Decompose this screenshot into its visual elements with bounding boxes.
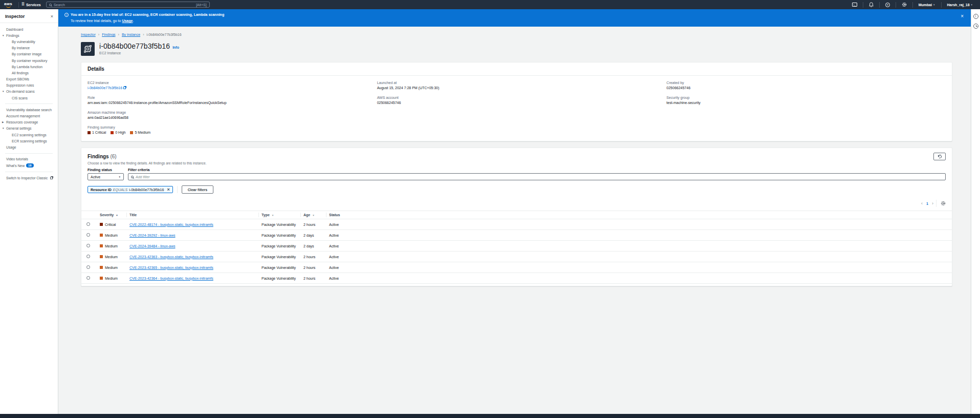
status-cell: Active [326,252,952,262]
sidebar-item-account-management[interactable]: Account management [0,113,58,119]
clear-filters-button[interactable]: Clear filters [182,185,214,194]
column-header-title: Title [126,211,258,219]
sidebar-item-all-findings[interactable]: All findings [0,70,58,76]
token-remove-icon[interactable]: × [167,188,169,191]
sidebar-item-by-lambda-function[interactable]: By Lambda function [0,64,58,70]
sidebar-item-resources-coverage[interactable]: ▶Resources coverage [0,119,58,126]
sort-icon[interactable]: ▼ [272,214,274,217]
sidebar-item-suppression-rules[interactable]: Suppression rules [0,82,58,89]
severity-cell: Medium [97,273,126,284]
account-menu[interactable]: Harsh_raj_18 ▼ [944,3,976,7]
table-row[interactable]: MediumCVE-2024-39292 - linux-awsPackage … [81,230,952,241]
sidebar-item-dashboard[interactable]: Dashboard [0,26,58,32]
notifications-button[interactable] [866,2,877,7]
table-row[interactable]: MediumCVE-2023-42365 - busybox-static, b… [81,262,952,273]
sort-icon[interactable]: ▼ [116,214,118,217]
severity-chip-label: 0 High [115,131,125,134]
help-button[interactable]: ? [882,3,893,7]
severity-chip-critical: 1 Critical [88,131,106,134]
row-radio-button[interactable] [86,276,90,280]
table-row[interactable]: CriticalCVE-2022-48174 - busybox-static,… [81,219,952,230]
breadcrumb-item[interactable]: Inspector [81,33,96,36]
info-panel-icon[interactable]: i [973,14,978,19]
settings-button[interactable] [899,2,910,7]
sidebar-item-cis-scans[interactable]: CIS scans [0,95,58,101]
history-panel-icon[interactable] [973,24,978,29]
pagination-current-page[interactable]: 1 [925,202,929,205]
finding-title-link[interactable]: CVE-2023-42364 - busybox-static, busybox… [129,277,213,280]
severity-label: Critical [105,223,116,226]
sidebar-item-ec2-scanning-settings[interactable]: EC2 scanning settings [0,132,58,138]
sidebar-item-usage[interactable]: Usage [0,144,58,150]
sidebar-item-by-vulnerability[interactable]: By vulnerability [0,38,58,45]
sidebar-item-ecr-scanning-settings[interactable]: ECR scanning settings [0,138,58,144]
type-cell: Package Vulnerability [258,219,300,230]
banner-close-icon[interactable]: × [961,14,964,18]
sidebar-item-on-demand-scans[interactable]: ▼On-demand scans [0,89,58,95]
sidebar-item-vulnerability-database-search[interactable]: Vulnerability database search [0,107,58,113]
aws-logo[interactable]: aws [4,2,12,8]
sidebar-item-video-tutorials[interactable]: Video tutorials [0,156,58,162]
pagination-next-icon[interactable]: › [932,202,933,205]
row-radio-button[interactable] [86,244,90,247]
breadcrumb-item[interactable]: Findings [102,33,115,36]
sidebar-item-what-s-new[interactable]: What's New18 [0,162,58,169]
sidebar-item-by-container-repository[interactable]: By container repository [0,57,58,64]
sidebar-item-general-settings[interactable]: ▼General settings [0,126,58,132]
external-link-icon [50,177,53,179]
sort-icon[interactable]: ▼ [312,214,314,217]
field-role: Role arn:aws:iam::025066245746:instance-… [88,96,367,104]
finding-title-link[interactable]: CVE-2024-39484 - linux-aws [129,244,176,248]
sidebar-item-switch-to-inspector-classic[interactable]: Switch to Inspector Classic [0,175,58,181]
sidebar-close-icon[interactable]: × [51,15,53,18]
finding-title-link[interactable]: CVE-2023-42365 - busybox-static, busybox… [129,266,213,269]
region-selector[interactable]: Mumbai ▼ [916,3,939,7]
services-menu[interactable]: ⠿ Services [21,3,41,7]
row-select-cell [81,241,97,252]
refresh-button[interactable] [933,153,946,160]
severity-swatch-icon [100,277,103,280]
table-row[interactable]: MediumCVE-2023-42363 - busybox-static, b… [81,252,952,262]
finding-status-select[interactable]: Active ▼ [88,173,124,180]
breadcrumb-item[interactable]: By instance [122,33,140,36]
usage-link[interactable]: Usage [122,19,133,23]
finding-title-link[interactable]: CVE-2022-48174 - busybox-static, busybox… [129,223,213,226]
row-radio-button[interactable] [86,255,90,258]
bell-icon [869,2,874,7]
row-radio-button[interactable] [86,233,90,237]
pagination-prev-icon[interactable]: ‹ [921,202,923,205]
sidebar-item-export-sboms[interactable]: Export SBOMs [0,76,58,82]
breadcrumb-item: i-0b84b00e77b3f5b16 [146,33,181,36]
sidebar-item-label: By vulnerability [12,40,35,44]
table-preferences-button[interactable] [941,201,946,206]
table-row[interactable]: MediumCVE-2024-39484 - linux-awsPackage … [81,241,952,252]
cloudshell-button[interactable]: ›_ [849,3,860,7]
finding-title-link[interactable]: CVE-2023-42363 - busybox-static, busybox… [129,255,213,259]
column-header-age[interactable]: Age▼ [300,211,326,219]
finding-title-link[interactable]: CVE-2024-39292 - linux-aws [129,234,176,237]
info-link[interactable]: Info [172,46,179,49]
console-search-input[interactable]: Search [Alt+S] [46,2,210,8]
sidebar-item-by-instance[interactable]: By instance [0,45,58,51]
breadcrumb-separator-icon: › [98,33,99,36]
field-ami: Amazon machine image ami-0ad21ae1d0696ad… [88,111,367,119]
severity-cell: Critical [97,219,126,230]
sidebar-item-label: By container image [12,52,41,56]
column-header-type[interactable]: Type▼ [258,211,300,219]
sidebar-item-label: Resources coverage [6,120,38,124]
filter-input[interactable] [136,175,943,179]
type-cell: Package Vulnerability [258,262,300,273]
title-cell: CVE-2023-42365 - busybox-static, busybox… [126,262,258,273]
sidebar-item-label: Dashboard [6,28,23,31]
search-icon [49,4,52,6]
sidebar-item-label: Vulnerability database search [6,108,52,112]
row-radio-button[interactable] [86,265,90,269]
row-radio-button[interactable] [86,222,90,226]
sidebar-item-findings[interactable]: ▼Findings [0,32,58,38]
ec2-instance-link[interactable]: i-0b84b00e77b3f5b16 [88,86,122,90]
severity-cell: Medium [97,230,126,241]
column-header-severity[interactable]: Severity▼ [97,211,126,219]
table-row[interactable]: MediumCVE-2023-42364 - busybox-static, b… [81,273,952,284]
severity-swatch-icon [100,266,103,269]
sidebar-item-by-container-image[interactable]: By container image [0,51,58,57]
